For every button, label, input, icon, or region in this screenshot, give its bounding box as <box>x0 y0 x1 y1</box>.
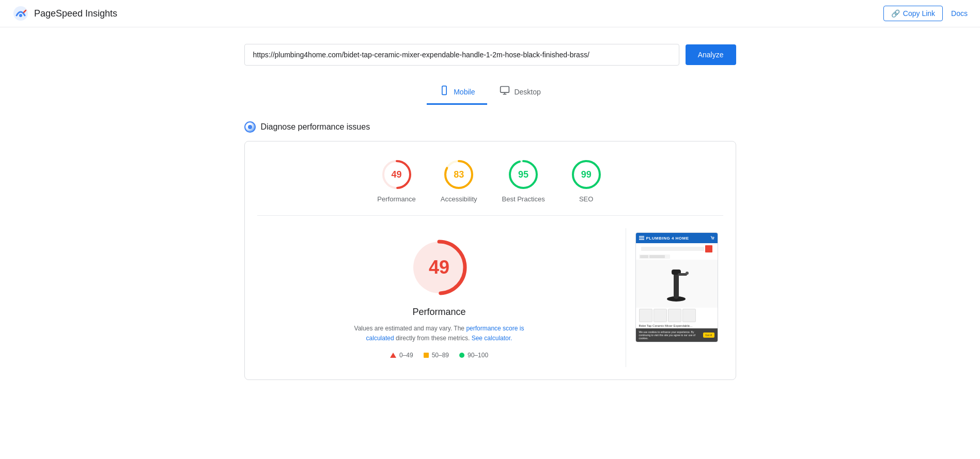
preview-cart-icon <box>710 236 714 240</box>
performance-label: Performance <box>377 195 415 203</box>
poor-icon <box>390 353 396 358</box>
score-summary: 49 Performance 83 Accessibility <box>245 141 736 215</box>
svg-rect-19 <box>639 238 644 239</box>
best-practices-score: 95 <box>518 169 528 180</box>
good-icon <box>459 353 464 358</box>
preview-review-badge <box>639 255 670 259</box>
needs-improvement-icon <box>424 353 429 358</box>
detail-right: PLUMBING 4 HOME <box>630 228 723 367</box>
desc-static: Values are estimated and may vary. The <box>354 325 464 332</box>
docs-link[interactable]: Docs <box>951 9 968 18</box>
tab-desktop-label: Desktop <box>514 88 540 96</box>
big-performance-circle: 49 <box>408 236 470 298</box>
preview-cookie-text: We use cookies to enhance your experienc… <box>639 330 702 340</box>
preview-thumbnails <box>639 309 714 322</box>
svg-point-21 <box>711 239 712 240</box>
svg-point-22 <box>713 239 714 240</box>
legend-good-range: 90–100 <box>468 352 488 359</box>
big-performance-label: Performance <box>412 307 465 318</box>
legend-item-good: 90–100 <box>459 352 488 359</box>
preview-thumb-4 <box>682 309 696 322</box>
mobile-icon <box>439 85 449 98</box>
preview-search-button <box>705 245 712 252</box>
calculator-link[interactable]: See calculator. <box>472 335 512 342</box>
score-legend: 0–49 50–89 90–100 <box>390 352 488 359</box>
app-header: PageSpeed Insights 🔗 Copy Link Docs <box>0 0 980 27</box>
svg-rect-24 <box>674 272 679 299</box>
section-header: Diagnose performance issues <box>244 121 736 133</box>
detail-vertical-divider <box>626 228 626 367</box>
preview-thumb-2 <box>654 309 667 322</box>
section-header-dot-icon <box>244 121 256 133</box>
score-item-seo[interactable]: 99 SEO <box>570 158 603 203</box>
desktop-icon <box>500 85 510 98</box>
tab-mobile[interactable]: Mobile <box>427 80 487 105</box>
pagespeed-logo-icon <box>12 5 29 22</box>
site-preview: PLUMBING 4 HOME <box>635 232 718 342</box>
preview-topbar: PLUMBING 4 HOME <box>636 233 718 243</box>
preview-thumb-3 <box>668 309 681 322</box>
svg-rect-4 <box>501 87 509 93</box>
seo-label: SEO <box>579 195 593 203</box>
copy-link-button[interactable]: 🔗 Copy Link <box>883 6 943 21</box>
header-right: 🔗 Copy Link Docs <box>883 6 968 21</box>
best-practices-circle: 95 <box>507 158 540 191</box>
seo-score: 99 <box>581 169 592 180</box>
svg-point-27 <box>686 272 689 275</box>
score-item-performance[interactable]: 49 Performance <box>377 158 415 203</box>
detail-description: Values are estimated and may vary. The p… <box>346 324 532 343</box>
url-input[interactable] <box>244 44 679 66</box>
preview-site-name: PLUMBING 4 HOME <box>646 236 689 241</box>
preview-menu-icon <box>639 235 644 241</box>
results-card: 49 Performance 83 Accessibility <box>244 141 736 380</box>
link-icon: 🔗 <box>891 9 900 18</box>
accessibility-label: Accessibility <box>441 195 477 203</box>
legend-item-needs-improvement: 50–89 <box>424 352 449 359</box>
svg-rect-2 <box>442 86 446 95</box>
performance-score: 49 <box>392 169 402 180</box>
header-left: PageSpeed Insights <box>12 5 117 22</box>
preview-search-bar <box>639 245 714 252</box>
detail-section: 49 Performance Values are estimated and … <box>245 216 736 379</box>
accessibility-circle: 83 <box>442 158 475 191</box>
tab-mobile-label: Mobile <box>454 88 475 96</box>
svg-point-7 <box>248 125 252 129</box>
performance-circle: 49 <box>380 158 413 191</box>
score-item-best-practices[interactable]: 95 Best Practices <box>502 158 545 203</box>
tab-desktop[interactable]: Desktop <box>487 80 553 105</box>
mode-tabs: Mobile Desktop <box>244 80 736 105</box>
section-title: Diagnose performance issues <box>261 122 370 132</box>
svg-point-0 <box>13 6 28 21</box>
preview-cookie-button: Got it! <box>703 333 714 338</box>
main-content: Analyze Mobile Desktop <box>232 27 749 397</box>
best-practices-label: Best Practices <box>502 195 545 203</box>
analyze-button[interactable]: Analyze <box>686 44 736 65</box>
url-bar-wrapper: Analyze <box>244 44 736 66</box>
svg-rect-20 <box>639 239 644 240</box>
preview-product-area <box>636 260 718 308</box>
seo-circle: 99 <box>570 158 603 191</box>
preview-thumb-1 <box>639 309 652 322</box>
preview-product-title: Bidet Tap Ceramic Mixer Expendable... <box>639 324 714 327</box>
app-title: PageSpeed Insights <box>34 8 117 19</box>
preview-cookie-bar: We use cookies to enhance your experienc… <box>636 328 718 342</box>
svg-point-1 <box>19 14 22 17</box>
desc-static2: directly from these metrics. <box>396 335 470 342</box>
preview-search-input <box>641 247 704 251</box>
score-item-accessibility[interactable]: 83 Accessibility <box>441 158 477 203</box>
accessibility-score: 83 <box>454 169 464 180</box>
legend-needs-improvement-range: 50–89 <box>432 352 449 359</box>
copy-link-label: Copy Link <box>903 9 935 18</box>
detail-left: 49 Performance Values are estimated and … <box>257 228 621 367</box>
big-performance-score: 49 <box>429 257 449 278</box>
svg-rect-18 <box>639 236 644 237</box>
preview-product-image <box>662 262 691 306</box>
legend-item-poor: 0–49 <box>390 352 413 359</box>
legend-poor-range: 0–49 <box>399 352 413 359</box>
